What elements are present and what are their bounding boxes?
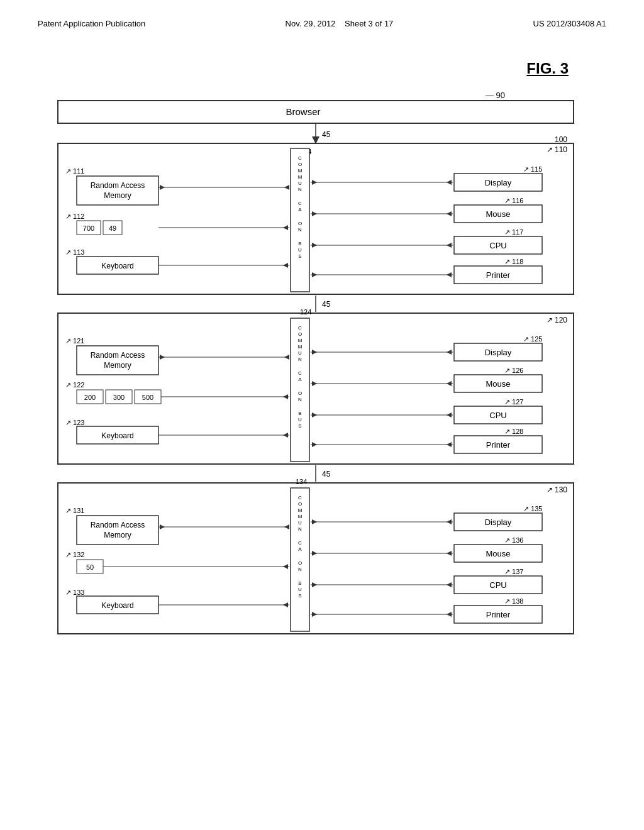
- ref-116: ↗ 116: [504, 197, 523, 204]
- figure-label: FIG. 3: [38, 60, 569, 77]
- ref-123: ↗ 123: [65, 419, 84, 426]
- ref-126: ↗ 126: [504, 367, 523, 374]
- sys3-display-label: Display: [485, 517, 512, 527]
- ref-125: ↗ 125: [523, 335, 542, 343]
- sys2-ram-label1: Random Access: [91, 351, 145, 360]
- sys1-bus-o1: O: [298, 162, 302, 167]
- sys2-bus-o1: O: [298, 331, 302, 337]
- main-diagram-svg: — 90 ↗ 800 Browser 45 100 ↗ 110 114 ↗ 11…: [52, 87, 592, 684]
- sys1-bus-u1: U: [298, 180, 302, 186]
- sys2-cpu-label: CPU: [489, 411, 506, 420]
- sys1-cpu-label: CPU: [489, 241, 506, 250]
- sys1-bus-m1: M: [298, 168, 303, 174]
- ref-110: ↗ 110: [547, 145, 568, 154]
- sys1-bus-c1: C: [298, 155, 302, 161]
- sys3-mouse-label: Mouse: [486, 549, 510, 558]
- ref-112: ↗ 112: [65, 213, 84, 220]
- sys2-bus-m2: M: [298, 344, 303, 350]
- sys1-bus-n1: N: [298, 187, 302, 192]
- sys2-bus-a1: A: [298, 377, 302, 382]
- sys3-bus-c1: C: [298, 495, 302, 501]
- ref-137: ↗ 137: [504, 568, 523, 575]
- sys3-bus-u2: U: [298, 587, 302, 592]
- sys2-ram-label2: Memory: [104, 361, 131, 370]
- sys2-bus-n2: N: [298, 397, 302, 402]
- ref-500-label: 500: [142, 394, 153, 401]
- sys3-bus-a1: A: [298, 546, 302, 552]
- ref-45-s3: 45: [322, 470, 331, 479]
- sys3-bus-b1: B: [298, 580, 301, 586]
- sys1-ram-label1: Random Access: [91, 181, 145, 190]
- sys3-bus-c2: C: [298, 540, 302, 546]
- ref-128: ↗ 128: [504, 428, 523, 435]
- header-center: Nov. 29, 2012 Sheet 3 of 17: [286, 19, 394, 28]
- ref-117: ↗ 117: [504, 228, 523, 236]
- ref-132: ↗ 132: [65, 551, 84, 558]
- ref-49-label: 49: [109, 224, 116, 232]
- ref-131: ↗ 131: [65, 507, 84, 514]
- ref-120: ↗ 120: [547, 316, 568, 324]
- diagram-area: — 90 ↗ 800 Browser 45 100 ↗ 110 114 ↗ 11…: [52, 87, 592, 684]
- sys2-ram-box: [77, 346, 158, 375]
- ref-90-label: — 90: [486, 91, 505, 100]
- sys2-display-label: Display: [485, 348, 512, 357]
- ref-135: ↗ 135: [523, 505, 542, 512]
- sys2-bus-m1: M: [298, 338, 303, 343]
- sys2-bus-c1: C: [298, 325, 302, 331]
- sys3-bus-o2: O: [298, 560, 302, 566]
- ref-113: ↗ 113: [65, 248, 84, 256]
- sys2-bus-o2: O: [298, 390, 302, 396]
- sys3-bus-n2: N: [298, 567, 302, 572]
- sys3-bus-u1: U: [298, 520, 302, 526]
- sys2-bus-b1: B: [298, 411, 301, 416]
- ref-200-label: 200: [84, 394, 96, 401]
- sys1-bus-a1: A: [298, 207, 302, 213]
- sys2-bus-u1: U: [298, 350, 302, 356]
- sys2-bus-s1: S: [298, 423, 301, 429]
- ref-136: ↗ 136: [504, 536, 523, 544]
- ref-124: 124: [300, 308, 311, 316]
- sys3-ram-box: [77, 516, 158, 545]
- ref-100: 100: [555, 135, 567, 144]
- ref-134: 134: [296, 478, 307, 485]
- ref-700-label: 700: [83, 224, 94, 232]
- sys3-ram-label2: Memory: [104, 531, 131, 540]
- sys1-ram-box: [77, 176, 158, 205]
- ref-45-s1: 45: [322, 130, 331, 139]
- ref-121: ↗ 121: [65, 337, 84, 345]
- sys1-display-label: Display: [485, 178, 512, 187]
- ref-122: ↗ 122: [65, 381, 84, 389]
- sys1-bus-o2: O: [298, 221, 302, 226]
- sys1-bus-b1: B: [298, 241, 301, 246]
- ref-300-label: 300: [113, 394, 125, 401]
- sys1-bus-s1: S: [298, 253, 301, 259]
- sys1-bus-u2: U: [298, 247, 302, 253]
- sys1-keyboard-label: Keyboard: [101, 262, 133, 270]
- header-right: US 2012/303408 A1: [533, 19, 606, 28]
- sys1-bus-n2: N: [298, 227, 302, 233]
- sys3-bus-n1: N: [298, 526, 302, 532]
- sys2-mouse-label: Mouse: [486, 379, 510, 389]
- ref-50-label: 50: [86, 563, 94, 571]
- ref-133: ↗ 133: [65, 589, 84, 596]
- sys3-bus-m2: M: [298, 514, 303, 519]
- page: Patent Application Publication Nov. 29, …: [0, 0, 644, 830]
- sys1-bus-c2: C: [298, 201, 302, 206]
- header-left: Patent Application Publication: [38, 19, 145, 28]
- sys3-bus-m1: M: [298, 507, 303, 513]
- sys1-bus-m2: M: [298, 174, 303, 180]
- ref-127: ↗ 127: [504, 398, 523, 406]
- sys3-keyboard-label: Keyboard: [101, 601, 133, 610]
- sys2-bus-n1: N: [298, 357, 302, 362]
- sys3-cpu-label: CPU: [489, 580, 506, 590]
- ref-45-s2: 45: [322, 300, 331, 309]
- sys2-keyboard-label: Keyboard: [101, 431, 133, 440]
- sys2-bus-c2: C: [298, 370, 302, 376]
- sys1-printer-label: Printer: [486, 270, 511, 280]
- sys3-bus-o1: O: [298, 501, 302, 507]
- ref-138: ↗ 138: [504, 597, 523, 605]
- sys3-printer-label: Printer: [486, 610, 511, 619]
- ref-130: ↗ 130: [547, 485, 568, 494]
- sys1-ram-label2: Memory: [104, 191, 131, 200]
- ref-111: ↗ 111: [65, 167, 84, 175]
